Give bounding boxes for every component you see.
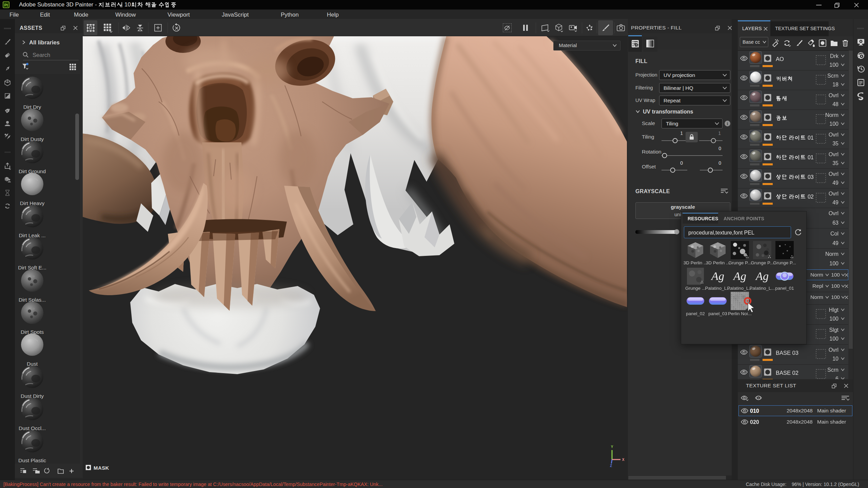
svg-text:X: X <box>622 458 625 462</box>
svg-text:Ag: Ag <box>755 270 769 282</box>
svg-text:Ag: Ag <box>711 270 724 282</box>
svg-text:Y: Y <box>611 445 613 449</box>
svg-text:Ag: Ag <box>733 270 746 282</box>
svg-text:Z: Z <box>610 464 612 468</box>
svg-text:Pt: Pt <box>4 3 8 7</box>
svg-text:1: 1 <box>758 396 760 400</box>
